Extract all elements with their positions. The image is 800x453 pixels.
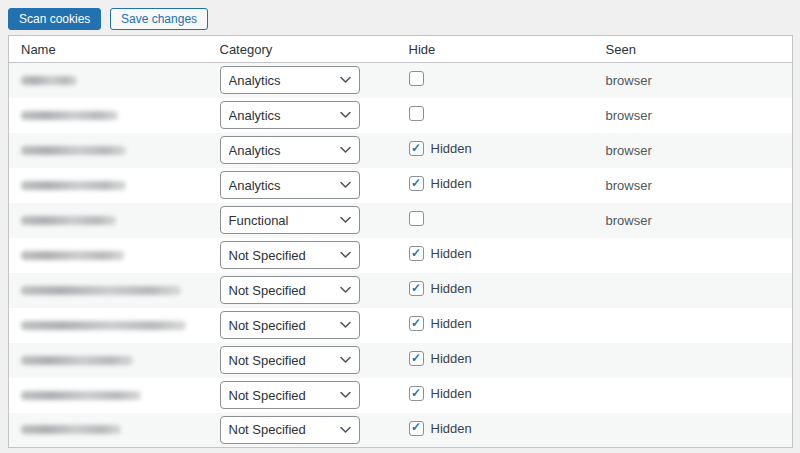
table-row: AnalyticsHiddenbrowser [9, 168, 793, 203]
cookie-name-cell [9, 273, 212, 308]
redacted-cookie-name [21, 286, 181, 295]
seen-cell [598, 308, 793, 343]
hide-checkbox-label[interactable]: Hidden [409, 421, 472, 436]
redacted-cookie-name [21, 356, 133, 365]
cookie-name-cell [9, 238, 212, 273]
category-select[interactable]: Not Specified [220, 276, 360, 304]
hide-checkbox[interactable] [409, 141, 424, 156]
cookie-name-cell [9, 133, 212, 168]
column-header-hide: Hide [401, 36, 598, 63]
category-select[interactable]: Analytics [220, 101, 360, 129]
hidden-label: Hidden [431, 316, 472, 331]
hide-cell: Hidden [401, 238, 598, 273]
category-select-wrap: Not Specified [220, 311, 360, 339]
category-cell: Not Specified [212, 238, 401, 273]
hide-checkbox[interactable] [409, 421, 424, 436]
category-select[interactable]: Not Specified [220, 346, 360, 374]
seen-cell: browser [598, 63, 793, 98]
category-select-wrap: Not Specified [220, 346, 360, 374]
redacted-cookie-name [21, 111, 118, 120]
hide-checkbox[interactable] [409, 281, 424, 296]
seen-cell: browser [598, 133, 793, 168]
category-select[interactable]: Analytics [220, 171, 360, 199]
category-select-wrap: Functional [220, 206, 360, 234]
hide-checkbox-label[interactable]: Hidden [409, 316, 472, 331]
category-select[interactable]: Functional [220, 206, 360, 234]
hide-cell [401, 98, 598, 133]
hide-checkbox[interactable] [409, 71, 424, 86]
redacted-cookie-name [21, 181, 126, 190]
hide-checkbox-label[interactable]: Hidden [409, 281, 472, 296]
cookie-settings-page: Scan cookies Save changes Name Category … [0, 0, 800, 453]
category-select-wrap: Not Specified [220, 416, 360, 444]
cookie-name-cell [9, 63, 212, 98]
seen-value: browser [606, 213, 652, 228]
category-select[interactable]: Analytics [220, 136, 360, 164]
redacted-cookie-name [21, 76, 77, 85]
seen-value: browser [606, 143, 652, 158]
save-changes-button[interactable]: Save changes [110, 8, 208, 30]
hide-checkbox-label[interactable]: Hidden [409, 351, 472, 366]
hide-checkbox-label[interactable]: Hidden [409, 386, 472, 401]
seen-cell [598, 343, 793, 378]
redacted-cookie-name [21, 146, 126, 155]
hide-cell: Hidden [401, 133, 598, 168]
seen-cell: browser [598, 168, 793, 203]
category-select-wrap: Not Specified [220, 381, 360, 409]
cookies-table-header: Name Category Hide Seen [9, 36, 793, 63]
table-row: Functionalbrowser [9, 203, 793, 238]
hide-cell [401, 203, 598, 238]
column-header-category: Category [212, 36, 401, 63]
table-row: Not SpecifiedHidden [9, 238, 793, 273]
category-cell: Analytics [212, 133, 401, 168]
hidden-label: Hidden [431, 281, 472, 296]
category-select-wrap: Not Specified [220, 276, 360, 304]
redacted-cookie-name [21, 251, 124, 260]
hide-checkbox[interactable] [409, 211, 424, 226]
hide-checkbox[interactable] [409, 386, 424, 401]
hide-cell: Hidden [401, 378, 598, 413]
hide-checkbox-label[interactable]: Hidden [409, 141, 472, 156]
table-row: AnalyticsHiddenbrowser [9, 133, 793, 168]
hide-checkbox[interactable] [409, 316, 424, 331]
category-select[interactable]: Analytics [220, 66, 360, 94]
category-select[interactable]: Not Specified [220, 241, 360, 269]
hidden-label: Hidden [431, 176, 472, 191]
cookie-name-cell [9, 343, 212, 378]
cookies-table-body: AnalyticsbrowserAnalyticsbrowserAnalytic… [9, 63, 793, 448]
cookie-name-cell [9, 308, 212, 343]
category-select-wrap: Analytics [220, 101, 360, 129]
category-select[interactable]: Not Specified [220, 381, 360, 409]
cookie-name-cell [9, 203, 212, 238]
hide-checkbox-label[interactable] [409, 211, 424, 226]
seen-cell [598, 273, 793, 308]
hide-checkbox[interactable] [409, 176, 424, 191]
category-select[interactable]: Not Specified [220, 311, 360, 339]
table-row: Not SpecifiedHidden [9, 343, 793, 378]
category-select-wrap: Analytics [220, 136, 360, 164]
cookie-name-cell [9, 98, 212, 133]
cookies-table: Name Category Hide Seen Analyticsbrowser… [8, 35, 793, 448]
column-header-name: Name [9, 36, 212, 63]
hide-checkbox-label[interactable] [409, 106, 424, 121]
hide-checkbox-label[interactable] [409, 71, 424, 86]
redacted-cookie-name [21, 216, 116, 225]
cookie-name-cell [9, 378, 212, 413]
seen-cell [598, 238, 793, 273]
category-cell: Not Specified [212, 273, 401, 308]
hide-checkbox-label[interactable]: Hidden [409, 246, 472, 261]
hide-checkbox[interactable] [409, 351, 424, 366]
category-cell: Analytics [212, 63, 401, 98]
table-row: Analyticsbrowser [9, 98, 793, 133]
table-row: Not SpecifiedHidden [9, 273, 793, 308]
category-cell: Analytics [212, 98, 401, 133]
hide-checkbox-label[interactable]: Hidden [409, 176, 472, 191]
hide-checkbox[interactable] [409, 246, 424, 261]
category-cell: Not Specified [212, 308, 401, 343]
scan-cookies-button[interactable]: Scan cookies [8, 8, 101, 30]
category-select-wrap: Analytics [220, 66, 360, 94]
hide-checkbox[interactable] [409, 106, 424, 121]
hide-cell: Hidden [401, 168, 598, 203]
seen-cell: browser [598, 98, 793, 133]
category-select[interactable]: Not Specified [220, 416, 360, 444]
